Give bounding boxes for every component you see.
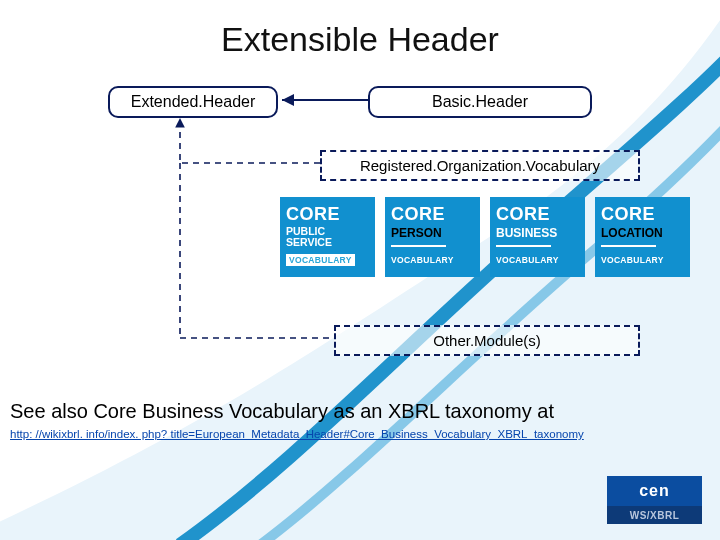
slide-title: Extensible Header — [0, 20, 720, 59]
core-sub: PUBLIC SERVICE — [286, 226, 369, 248]
core-location: CORE LOCATION VOCABULARY — [595, 197, 690, 277]
reference-link[interactable]: http: //wikixbrl. info/index. php? title… — [10, 428, 584, 440]
core-voc: VOCABULARY — [391, 255, 474, 265]
core-business: CORE BUSINESS VOCABULARY — [490, 197, 585, 277]
see-also-text: See also Core Business Vocabulary as an … — [10, 400, 554, 423]
box-registered-organization-vocabulary: Registered.Organization.Vocabulary — [320, 150, 640, 181]
box-extended-header: Extended.Header — [108, 86, 278, 118]
box-basic-header: Basic.Header — [368, 86, 592, 118]
logo-top-text: cen — [639, 482, 670, 500]
cen-wsxbrl-logo: cen WS/XBRL — [607, 476, 702, 528]
core-label: CORE — [391, 205, 474, 223]
core-voc: VOCABULARY — [286, 254, 355, 266]
core-voc: VOCABULARY — [601, 255, 684, 265]
core-voc: VOCABULARY — [496, 255, 579, 265]
logo-bottom-text: WS/XBRL — [607, 506, 702, 524]
core-label: CORE — [601, 205, 684, 223]
box-other-modules: Other.Module(s) — [334, 325, 640, 356]
core-sub: LOCATION — [601, 226, 684, 240]
core-sub: PERSON — [391, 226, 474, 240]
core-label: CORE — [496, 205, 579, 223]
core-label: CORE — [286, 205, 369, 223]
core-vocabularies-row: CORE PUBLIC SERVICE VOCABULARY CORE PERS… — [280, 197, 690, 277]
core-sub: BUSINESS — [496, 226, 579, 240]
core-public-service: CORE PUBLIC SERVICE VOCABULARY — [280, 197, 375, 277]
core-person: CORE PERSON VOCABULARY — [385, 197, 480, 277]
